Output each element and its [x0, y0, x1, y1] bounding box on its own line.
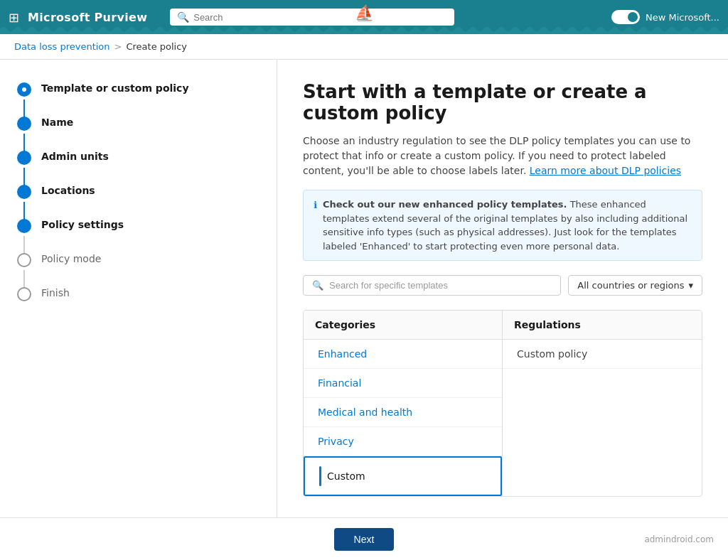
category-financial[interactable]: Financial: [304, 369, 502, 398]
step-dot-policy-mode: [17, 253, 31, 267]
categories-header: Categories: [304, 311, 502, 340]
breadcrumb-separator: >: [114, 41, 122, 52]
template-table: Categories Enhanced Financial Medical an…: [303, 310, 702, 497]
footer-brand: admindroid.com: [644, 534, 714, 544]
content-description: Choose an industry regulation to see the…: [303, 134, 702, 178]
global-search-input[interactable]: [193, 12, 447, 23]
step-label-policy-settings: Policy settings: [41, 217, 124, 252]
page-title: Start with a template or create a custom…: [303, 81, 702, 124]
category-custom-label: Custom: [327, 470, 365, 482]
content-area: Start with a template or create a custom…: [277, 60, 728, 556]
toggle-label: New Microsoft...: [646, 12, 719, 23]
breadcrumb-current: Create policy: [126, 41, 187, 52]
regulation-custom-policy[interactable]: Custom policy: [503, 340, 702, 369]
breadcrumb-parent-link[interactable]: Data loss prevention: [14, 41, 110, 52]
regulations-column: Regulations Custom policy: [503, 311, 702, 496]
step-dot-name: [17, 117, 31, 131]
search-icon: 🔍: [177, 11, 189, 23]
category-custom[interactable]: Custom: [304, 456, 502, 496]
step-policy-settings: Policy settings: [17, 217, 259, 252]
category-enhanced[interactable]: Enhanced: [304, 340, 502, 369]
step-dot-template: [17, 82, 31, 97]
nav-right-area: New Microsoft...: [611, 10, 719, 24]
step-template: Template or custom policy: [17, 81, 259, 115]
step-name: Name: [17, 115, 259, 149]
info-bold-text: Check out our new enhanced policy templa…: [323, 199, 567, 210]
category-medical[interactable]: Medical and health: [304, 398, 502, 427]
new-microsoft-toggle[interactable]: [611, 10, 640, 24]
global-search-box[interactable]: 🔍: [170, 9, 454, 26]
info-banner: ℹ️ Check out our new enhanced policy tem…: [303, 190, 702, 261]
step-admin: Admin units: [17, 149, 259, 183]
categories-column: Categories Enhanced Financial Medical an…: [304, 311, 503, 496]
template-search-row: 🔍 All countries or regions ▾: [303, 275, 702, 296]
step-label-finish: Finish: [41, 286, 70, 320]
search-magnifier-icon: 🔍: [312, 280, 323, 291]
step-list: Template or custom policy Name Admin uni…: [17, 81, 259, 320]
step-label-template: Template or custom policy: [41, 81, 189, 115]
chevron-down-icon: ▾: [688, 280, 693, 291]
brand-name: Microsoft Purview: [28, 11, 147, 24]
top-navigation: ⊞ Microsoft Purview 🔍 ⛵ New Microsoft...: [0, 0, 728, 34]
footer: Next admindroid.com: [0, 517, 728, 560]
step-policy-mode: Policy mode: [17, 252, 259, 286]
step-dot-finish: [17, 287, 31, 301]
step-locations: Locations: [17, 183, 259, 217]
boat-decoration: ⛵: [355, 4, 374, 22]
step-finish: Finish: [17, 286, 259, 320]
region-label: All countries or regions: [577, 280, 684, 291]
info-text: Check out our new enhanced policy templa…: [323, 198, 692, 253]
template-search-box[interactable]: 🔍: [303, 275, 561, 296]
info-icon: ℹ️: [314, 198, 317, 253]
main-layout: Template or custom policy Name Admin uni…: [0, 60, 728, 556]
grid-icon[interactable]: ⊞: [9, 10, 19, 25]
step-dot-policy-settings: [17, 219, 31, 233]
regulations-header: Regulations: [503, 311, 702, 340]
svg-point-0: [22, 87, 26, 92]
step-label-name: Name: [41, 115, 73, 149]
category-privacy[interactable]: Privacy: [304, 427, 502, 456]
step-label-policy-mode: Policy mode: [41, 252, 101, 286]
next-button[interactable]: Next: [334, 528, 395, 551]
step-label-admin: Admin units: [41, 149, 109, 183]
sidebar: Template or custom policy Name Admin uni…: [0, 60, 277, 556]
step-dot-locations: [17, 185, 31, 199]
template-search-input[interactable]: [329, 280, 552, 291]
learn-more-link[interactable]: Learn more about DLP policies: [530, 165, 681, 176]
step-dot-admin: [17, 151, 31, 165]
selected-indicator: [319, 466, 321, 486]
breadcrumb: Data loss prevention > Create policy: [0, 34, 728, 60]
step-label-locations: Locations: [41, 183, 95, 217]
region-dropdown[interactable]: All countries or regions ▾: [568, 275, 702, 296]
